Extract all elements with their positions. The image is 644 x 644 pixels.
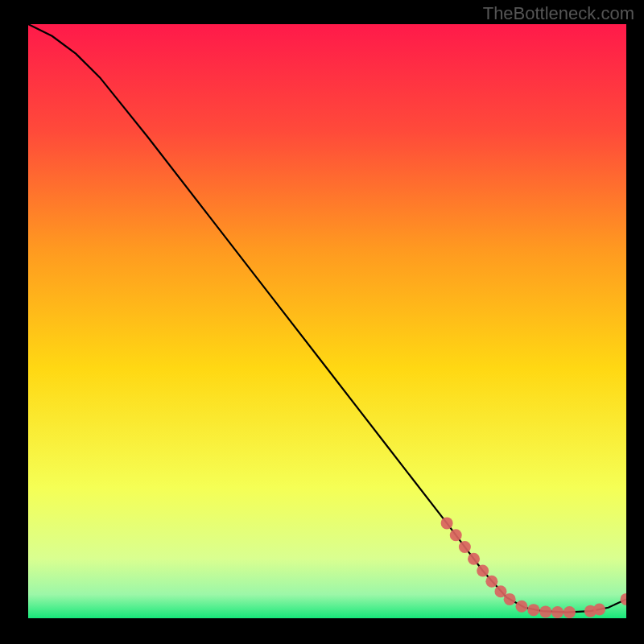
- data-marker: [468, 553, 480, 565]
- chart-svg: [28, 24, 626, 618]
- data-marker: [485, 576, 497, 588]
- data-marker: [551, 606, 564, 618]
- data-marker: [450, 529, 462, 541]
- data-marker: [477, 564, 489, 576]
- data-marker: [527, 604, 539, 616]
- data-marker: [504, 593, 516, 605]
- data-marker: [593, 603, 605, 615]
- data-marker: [539, 605, 551, 617]
- chart-background: [28, 24, 626, 618]
- chart-plot-area: [28, 24, 626, 618]
- data-marker: [564, 606, 576, 618]
- data-marker: [515, 601, 527, 613]
- watermark-text: TheBottleneck.com: [483, 3, 634, 24]
- data-marker: [441, 517, 453, 529]
- data-marker: [459, 541, 471, 553]
